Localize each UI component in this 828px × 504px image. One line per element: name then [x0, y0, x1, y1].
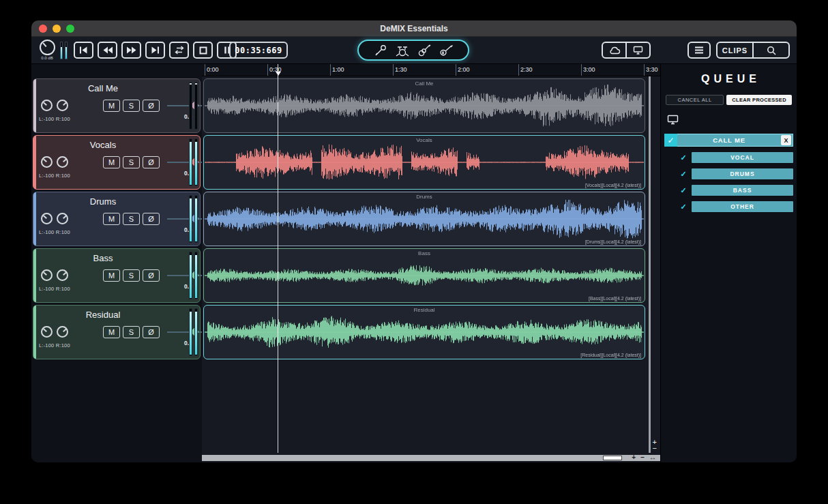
- vertical-scrollbar[interactable]: [649, 76, 651, 453]
- queue-item-label[interactable]: VOCAL: [692, 152, 793, 163]
- solo-button[interactable]: S: [123, 326, 140, 338]
- microphone-icon[interactable]: [374, 44, 387, 57]
- queue-item-label[interactable]: OTHER: [692, 201, 793, 212]
- phase-button[interactable]: Ø: [143, 156, 160, 168]
- check-icon[interactable]: ✓: [679, 186, 688, 195]
- track-header-residual[interactable]: Residual L:-100 R:100 M S Ø 0.0: [33, 305, 201, 359]
- pan-left-knob[interactable]: [41, 100, 53, 111]
- pan-left-knob[interactable]: [41, 326, 53, 338]
- clear-processed-button[interactable]: CLEAR PROCESSED: [726, 95, 792, 105]
- pan-label: L:-100 R:100: [39, 286, 70, 292]
- bass-icon[interactable]: [439, 44, 454, 57]
- clip-call-me[interactable]: Call Me: [203, 78, 645, 133]
- track-buttons: M S Ø: [103, 213, 160, 225]
- phase-button[interactable]: Ø: [143, 213, 160, 225]
- zoom-out-button[interactable]: −: [640, 454, 645, 461]
- search-button[interactable]: [752, 43, 788, 57]
- check-icon[interactable]: ✓: [679, 169, 688, 179]
- guitar-icon[interactable]: [417, 44, 431, 57]
- track-header-call-me[interactable]: Call Me L:-100 R:100 M S Ø 0.0: [33, 78, 201, 133]
- track-buttons: M S Ø: [103, 326, 160, 338]
- zoom-fit-button[interactable]: ↔: [649, 454, 656, 461]
- waveform-canvas: [205, 307, 644, 357]
- pan-right-knob[interactable]: [57, 326, 68, 338]
- mute-button[interactable]: M: [103, 269, 120, 282]
- solo-button[interactable]: S: [123, 269, 140, 282]
- horizontal-scrollbar[interactable]: + − ↔: [202, 455, 660, 461]
- close-window-button[interactable]: [39, 25, 47, 33]
- phase-button[interactable]: Ø: [143, 100, 160, 112]
- master-gain-knob[interactable]: [40, 40, 55, 55]
- track-header-vocals[interactable]: Vocals L:-100 R:100 M S Ø 0.0: [33, 135, 201, 190]
- phase-button[interactable]: Ø: [143, 269, 160, 282]
- scrollbar-thumb[interactable]: [603, 456, 622, 460]
- clip-tag: [Vocals][Local][4.2 (latest)]: [585, 183, 641, 188]
- pan-left-knob[interactable]: [41, 156, 53, 168]
- queue-item-vocal[interactable]: ✓ VOCAL: [679, 152, 793, 163]
- track-header-bass[interactable]: Bass L:-100 R:100 M S Ø 0.0: [33, 248, 201, 303]
- solo-button[interactable]: S: [123, 213, 140, 225]
- track-name: Call Me: [33, 83, 173, 93]
- clip-drums[interactable]: Drums [Drums][Local][4.2 (latest)]: [203, 192, 645, 246]
- clip-label: Residual: [204, 307, 645, 313]
- clip-bass[interactable]: Bass [Bass][Local][4.2 (latest)]: [203, 248, 645, 303]
- monitor-icon: [667, 115, 679, 125]
- clip-vocals[interactable]: Vocals [Vocals][Local][4.2 (latest)]: [203, 135, 645, 190]
- stop-button[interactable]: [193, 42, 213, 59]
- clip-tag: [Residual][Local][4.2 (latest)]: [580, 353, 641, 357]
- solo-button[interactable]: S: [123, 156, 140, 168]
- pan-right-knob[interactable]: [57, 269, 68, 281]
- local-processing-button[interactable]: [625, 43, 649, 57]
- vertical-zoom-out-button[interactable]: −: [653, 445, 657, 451]
- mute-button[interactable]: M: [103, 326, 120, 338]
- fast-forward-button[interactable]: [121, 42, 141, 59]
- solo-button[interactable]: S: [123, 100, 140, 112]
- queue-item-label[interactable]: DRUMS: [692, 168, 793, 179]
- remove-queue-item-button[interactable]: X: [781, 135, 791, 145]
- check-icon[interactable]: ✓: [679, 202, 688, 211]
- queue-item-call-me[interactable]: ✓ CALL ME X: [664, 134, 793, 147]
- cancel-all-button[interactable]: CANCEL ALL: [666, 95, 724, 105]
- drums-icon[interactable]: [395, 44, 410, 57]
- pan-right-knob[interactable]: [57, 156, 68, 168]
- minimize-window-button[interactable]: [53, 25, 61, 33]
- track-headers-panel: Call Me L:-100 R:100 M S Ø 0.0 Vocals L:…: [31, 64, 202, 462]
- hamburger-icon: [694, 46, 704, 54]
- playhead[interactable]: [278, 64, 278, 453]
- pan-right-knob[interactable]: [57, 100, 68, 111]
- cloud-icon: [608, 46, 621, 55]
- pan-left-knob[interactable]: [41, 269, 53, 281]
- cloud-processing-button[interactable]: [603, 43, 625, 57]
- queue-item-bass[interactable]: ✓ BASS: [679, 185, 793, 196]
- pan-label: L:-100 R:100: [39, 229, 70, 235]
- pan-left-knob[interactable]: [41, 213, 53, 224]
- skip-end-button[interactable]: [145, 42, 165, 59]
- track-buttons: M S Ø: [103, 100, 160, 112]
- clip-label: Bass: [204, 250, 645, 256]
- check-icon[interactable]: ✓: [664, 134, 677, 147]
- track-header-drums[interactable]: Drums L:-100 R:100 M S Ø 0.0: [33, 192, 201, 246]
- menu-button[interactable]: [687, 42, 711, 59]
- timeline-area[interactable]: 0:000:301:001:302:002:303:003:30 Call Me…: [202, 64, 660, 462]
- vertical-zoom-controls: + −: [653, 439, 657, 451]
- loop-button[interactable]: [169, 42, 189, 59]
- clips-button[interactable]: CLIPS: [718, 43, 752, 57]
- processing-target-group: [602, 42, 651, 59]
- check-icon[interactable]: ✓: [679, 153, 688, 162]
- time-ruler[interactable]: 0:000:301:001:302:002:303:003:30: [202, 64, 660, 76]
- skip-start-button[interactable]: [74, 42, 93, 59]
- mute-button[interactable]: M: [103, 213, 120, 225]
- queue-item-label[interactable]: BASS: [692, 185, 793, 196]
- mute-button[interactable]: M: [103, 100, 120, 112]
- mute-button[interactable]: M: [103, 156, 120, 168]
- queue-item-other[interactable]: ✓ OTHER: [679, 201, 793, 212]
- phase-button[interactable]: Ø: [143, 326, 160, 338]
- monitor-icon: [633, 46, 643, 55]
- queue-item-drums[interactable]: ✓ DRUMS: [679, 168, 793, 179]
- zoom-window-button[interactable]: [66, 25, 74, 33]
- clip-residual[interactable]: Residual [Residual][Local][4.2 (latest)]: [203, 305, 645, 359]
- pan-right-knob[interactable]: [57, 213, 68, 224]
- queue-item-label: CALL ME: [677, 136, 781, 144]
- zoom-in-button[interactable]: +: [632, 454, 636, 461]
- rewind-button[interactable]: [98, 42, 117, 59]
